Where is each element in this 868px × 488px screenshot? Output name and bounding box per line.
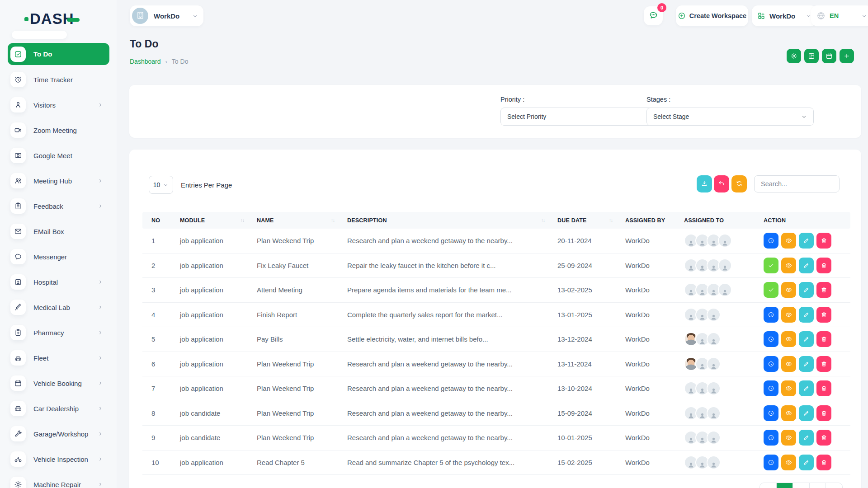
board-view-button[interactable] bbox=[804, 49, 819, 63]
clock-action-button[interactable] bbox=[764, 455, 778, 470]
pencil-action-button[interactable] bbox=[799, 307, 814, 323]
pencil-action-button[interactable] bbox=[799, 282, 814, 298]
add-button[interactable] bbox=[840, 49, 854, 63]
cell-action bbox=[755, 233, 850, 249]
cell-module: job application bbox=[171, 237, 248, 244]
sidebar-item-google-meet[interactable]: Google Meet bbox=[8, 143, 109, 168]
pagination-page-button[interactable] bbox=[793, 483, 810, 488]
pencil-action-button[interactable] bbox=[799, 430, 814, 446]
sidebar-item-machine-repair[interactable]: Machine Repair bbox=[8, 472, 109, 488]
table-header-row: NOMODULE↑↓NAME↑↓DESCRIPTION↑↓DUE DATE↑↓A… bbox=[142, 212, 850, 229]
clock-action-button[interactable] bbox=[764, 331, 778, 347]
column-header-name[interactable]: NAME↑↓ bbox=[248, 217, 338, 224]
sidebar-item-vehicle-booking[interactable]: Vehicle Booking bbox=[8, 371, 109, 396]
priority-select[interactable]: Select Priority bbox=[500, 108, 669, 126]
trash-action-button[interactable] bbox=[816, 455, 831, 470]
language-menu-button[interactable]: EN bbox=[811, 5, 868, 26]
check-action-button[interactable] bbox=[764, 258, 778, 273]
clock-action-button[interactable] bbox=[764, 380, 778, 396]
column-header-module[interactable]: MODULE↑↓ bbox=[171, 217, 248, 224]
sidebar-item-email-box[interactable]: EMail Box bbox=[8, 219, 109, 244]
settings-button[interactable] bbox=[787, 49, 801, 63]
table-row: 2job applicationFix Leaky FaucetRepair t… bbox=[142, 253, 850, 278]
eye-action-button[interactable] bbox=[781, 356, 796, 372]
eye-action-button[interactable] bbox=[781, 258, 796, 273]
check-action-button[interactable] bbox=[764, 282, 778, 298]
sidebar-item-messenger[interactable]: Messenger bbox=[8, 244, 109, 269]
sidebar-item-time-tracker[interactable]: Time Tracker bbox=[8, 67, 109, 92]
trash-action-button[interactable] bbox=[816, 307, 831, 323]
sidebar-item-label: Vehicle Inspection bbox=[33, 455, 88, 463]
cell-assigned-to bbox=[675, 234, 755, 248]
trash-action-button[interactable] bbox=[816, 233, 831, 249]
sidebar-item-zoom-meeting[interactable]: Zoom Meeting bbox=[8, 117, 109, 143]
sidebar-item-to-do[interactable]: To Do bbox=[8, 43, 109, 65]
column-header-description[interactable]: DESCRIPTION↑↓ bbox=[338, 217, 548, 224]
clock-action-button[interactable] bbox=[764, 356, 778, 372]
reset-button[interactable] bbox=[714, 175, 729, 192]
eye-action-button[interactable] bbox=[781, 380, 796, 396]
search-input[interactable] bbox=[754, 175, 840, 192]
eye-action-button[interactable] bbox=[781, 233, 796, 249]
trash-action-button[interactable] bbox=[816, 282, 831, 298]
sidebar-item-hospital[interactable]: Hospital bbox=[8, 269, 109, 295]
entries-per-page-select[interactable]: 10 bbox=[149, 176, 173, 194]
sidebar-item-feedback[interactable]: Feedback bbox=[8, 193, 109, 219]
trash-action-button[interactable] bbox=[816, 356, 831, 372]
dash-logo[interactable]: DASH bbox=[24, 10, 80, 28]
calendar-view-button[interactable] bbox=[822, 49, 836, 63]
cell-action bbox=[755, 282, 850, 298]
pagination-page-button[interactable] bbox=[810, 483, 826, 488]
eye-action-button[interactable] bbox=[781, 405, 796, 421]
pencil-action-button[interactable] bbox=[799, 356, 814, 372]
sidebar-item-meeting-hub[interactable]: Meeting Hub bbox=[8, 168, 109, 193]
pencil-action-button[interactable] bbox=[799, 405, 814, 421]
refresh-button[interactable] bbox=[731, 175, 747, 192]
workspace-switcher[interactable]: WorkDo bbox=[130, 5, 203, 26]
stages-select[interactable]: Select Stage bbox=[646, 108, 814, 126]
pagination-prev-button[interactable] bbox=[760, 483, 777, 488]
sidebar-item-medical-lab[interactable]: Medical Lab bbox=[8, 295, 109, 320]
eye-action-button[interactable] bbox=[781, 307, 796, 323]
pencil-action-button[interactable] bbox=[799, 331, 814, 347]
trash-action-button[interactable] bbox=[816, 380, 831, 396]
column-header-due-date[interactable]: DUE DATE↑↓ bbox=[548, 217, 616, 224]
pagination-page-button[interactable] bbox=[777, 483, 793, 488]
pencil-action-button[interactable] bbox=[799, 455, 814, 470]
workspace-menu-button[interactable]: WorkDo bbox=[752, 5, 817, 26]
clock-action-button[interactable] bbox=[764, 430, 778, 446]
sidebar-item-garage-workshop[interactable]: Garage/Workshop bbox=[8, 421, 109, 446]
sidebar-item-fleet[interactable]: Fleet bbox=[8, 345, 109, 371]
eye-action-button[interactable] bbox=[781, 430, 796, 446]
eye-action-button[interactable] bbox=[781, 282, 796, 298]
table-row: 5job applicationPay BillsSettle electric… bbox=[142, 327, 850, 352]
trash-action-button[interactable] bbox=[816, 430, 831, 446]
export-button[interactable] bbox=[697, 175, 712, 192]
pencil-action-button[interactable] bbox=[799, 233, 814, 249]
pencil-action-button[interactable] bbox=[799, 258, 814, 273]
create-workspace-button[interactable]: Create Workspace bbox=[676, 5, 748, 26]
cell-assigned-to bbox=[675, 332, 755, 346]
sidebar-item-pharmacy[interactable]: Pharmacy bbox=[8, 320, 109, 345]
pagination-page-button[interactable] bbox=[826, 483, 842, 488]
chevron-right-icon bbox=[98, 305, 103, 310]
priority-select-value: Select Priority bbox=[507, 113, 546, 120]
column-label: NAME bbox=[257, 217, 274, 224]
clock-action-button[interactable] bbox=[764, 233, 778, 249]
trash-action-button[interactable] bbox=[816, 331, 831, 347]
sort-icon: ↑↓ bbox=[241, 218, 244, 223]
clock-action-button[interactable] bbox=[764, 307, 778, 323]
trash-action-button[interactable] bbox=[816, 258, 831, 273]
camera-icon bbox=[10, 148, 26, 163]
sidebar-item-vehicle-inspection[interactable]: Vehicle Inspection bbox=[8, 446, 109, 472]
clock-action-button[interactable] bbox=[764, 405, 778, 421]
eye-icon bbox=[785, 434, 792, 441]
eye-action-button[interactable] bbox=[781, 331, 796, 347]
trash-action-button[interactable] bbox=[816, 405, 831, 421]
pencil-action-button[interactable] bbox=[799, 380, 814, 396]
chat-button[interactable]: 0 bbox=[644, 6, 663, 25]
sidebar-item-car-dealership[interactable]: Car Dealership bbox=[8, 396, 109, 421]
sidebar-item-visitors[interactable]: Visitors bbox=[8, 92, 109, 117]
eye-action-button[interactable] bbox=[781, 455, 796, 470]
breadcrumb-link-dashboard[interactable]: Dashboard bbox=[130, 58, 161, 65]
